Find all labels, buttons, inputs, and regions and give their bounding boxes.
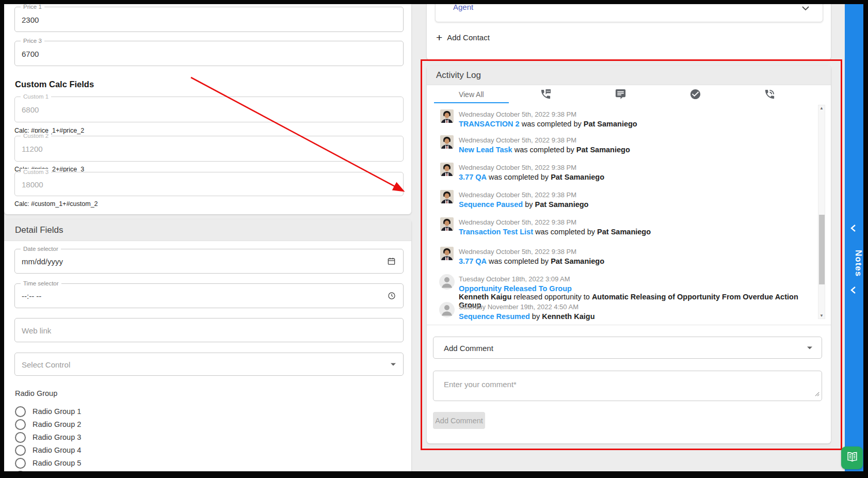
activity-item[interactable]: Wednesday October 5th, 2022 9:38 PM 3.77…	[427, 248, 806, 265]
activity-description: Transaction Test List was completed by P…	[459, 228, 806, 236]
activity-date: Wednesday October 5th, 2022 9:38 PM	[459, 136, 806, 144]
notes-sidebar[interactable]	[845, 4, 863, 471]
comment-textarea[interactable]: Enter your comment*	[433, 371, 822, 401]
activity-date: Wednesday October 5th, 2022 9:38 PM	[459, 191, 806, 199]
activity-item[interactable]: Wednesday October 5th, 2022 9:38 PM Sequ…	[427, 191, 806, 209]
plus-icon: +	[436, 32, 442, 43]
radio-icon[interactable]	[15, 458, 26, 469]
activity-item[interactable]: Wednesday October 5th, 2022 9:38 PM New …	[427, 136, 806, 154]
avatar	[439, 302, 455, 320]
avatar	[440, 217, 454, 233]
date-selector-value: mm/dd/yyyy	[22, 257, 63, 266]
activity-link[interactable]: Sequence Resumed	[459, 312, 530, 321]
custom-1-value: 6800	[22, 105, 39, 114]
radio-option-2[interactable]: Radio Group 2	[15, 419, 81, 430]
activity-description: Sequence Resumed by Kenneth Kaigu	[459, 312, 806, 321]
activity-item[interactable]: Wednesday October 5th, 2022 9:38 PM 3.77…	[427, 164, 806, 181]
collapse-chevron-icon[interactable]	[849, 223, 859, 233]
tab-tasks[interactable]	[658, 85, 733, 103]
add-comment-select[interactable]: Add Comment	[433, 337, 822, 359]
activity-description: 3.77 QA was completed by Pat Samaniego	[459, 173, 806, 181]
activity-description: Opportunity Released To Group	[459, 284, 806, 293]
date-selector-field[interactable]: Date selector mm/dd/yyyy	[14, 249, 404, 274]
avatar	[440, 135, 454, 151]
add-contact-button[interactable]: + Add Contact	[436, 32, 490, 43]
activity-link[interactable]: Transaction Test List	[459, 228, 533, 236]
chevron-down-icon	[391, 363, 396, 365]
radio-icon[interactable]	[15, 445, 26, 456]
radio-icon[interactable]	[15, 471, 26, 472]
custom-2-label: Custom 2	[21, 133, 51, 139]
price-3-label: Price 3	[21, 38, 44, 44]
activity-link[interactable]: 3.77 QA	[459, 257, 487, 265]
scroll-up-icon[interactable]: ▲	[818, 106, 825, 110]
radio-icon[interactable]	[15, 419, 26, 430]
activity-tabs: View All	[434, 85, 807, 103]
comment-placeholder: Enter your comment*	[444, 380, 517, 389]
radio-icon[interactable]	[15, 432, 26, 443]
activity-scrollbar[interactable]: ▲ ▼	[818, 105, 825, 319]
active-tab-indicator	[434, 102, 509, 104]
tab-chat[interactable]	[583, 85, 658, 103]
time-selector-field[interactable]: Time selector --:-- --	[14, 283, 404, 308]
notes-sidebar-label[interactable]: Notes	[845, 243, 863, 284]
phone-message-icon	[540, 88, 552, 100]
time-selector-value: --:-- --	[22, 292, 41, 300]
activity-description: Sequence Paused by Pat Samaniego	[459, 200, 806, 209]
radio-option-1[interactable]: Radio Group 1	[15, 406, 81, 417]
radio-option-3[interactable]: Radio Group 3	[15, 432, 81, 443]
clock-icon[interactable]	[388, 292, 396, 300]
add-contact-label: Add Contact	[447, 33, 490, 42]
tab-view-all[interactable]: View All	[434, 85, 509, 103]
price-fields-panel: Price 1 2300 Price 3 6700 Custom Calc Fi…	[4, 4, 411, 214]
detail-fields-panel: Detail Fields Date selector mm/dd/yyyy T…	[4, 219, 411, 471]
add-comment-button[interactable]: Add Comment	[433, 412, 485, 429]
select-control-field[interactable]: Select Control	[14, 353, 404, 376]
activity-item[interactable]: Wednesday October 5th, 2022 9:38 PM Tran…	[427, 218, 806, 236]
scroll-down-icon[interactable]: ▼	[818, 313, 825, 318]
activity-link[interactable]: New Lead Task	[459, 146, 512, 154]
date-selector-label: Date selector	[21, 246, 61, 252]
app-screenshot: Price 1 2300 Price 3 6700 Custom Calc Fi…	[0, 0, 868, 478]
chevron-down-icon[interactable]	[800, 4, 811, 16]
activity-link[interactable]: TRANSACTION 2	[459, 120, 520, 128]
custom-2-value: 11200	[22, 145, 43, 153]
collapse-chevron-icon[interactable]	[849, 285, 859, 295]
resize-grip-icon[interactable]	[814, 389, 819, 399]
activity-log-header: Activity Log	[427, 66, 831, 85]
open-book-icon	[845, 451, 859, 465]
activity-link[interactable]: 3.77 QA	[459, 173, 487, 181]
tab-calls[interactable]	[732, 85, 807, 103]
check-circle-icon	[689, 88, 701, 100]
web-link-field[interactable]: Web link	[14, 318, 404, 342]
activity-item[interactable]: Wednesday October 5th, 2022 9:38 PM TRAN…	[427, 110, 806, 128]
custom-1-label: Custom 1	[21, 93, 51, 100]
agent-select[interactable]: Agent	[435, 4, 823, 22]
calendar-icon[interactable]	[387, 257, 396, 266]
price-3-field[interactable]: Price 3 6700	[14, 41, 404, 66]
custom-1-field[interactable]: Custom 1 6800	[14, 97, 404, 122]
scrollbar-thumb[interactable]	[819, 215, 825, 284]
radio-option-4[interactable]: Radio Group 4	[15, 444, 81, 456]
radio-option-5[interactable]: Radio Group 5	[15, 457, 81, 469]
knowledge-book-button[interactable]	[841, 447, 863, 469]
activity-date: Saturday November 19th, 2022 4:50 AM	[459, 303, 806, 311]
avatar	[440, 163, 454, 178]
custom-3-label: Custom 3	[21, 169, 51, 175]
activity-item[interactable]: Saturday November 19th, 2022 4:50 AM Seq…	[427, 303, 806, 321]
tab-phone-message[interactable]	[509, 85, 584, 103]
activity-link[interactable]: Sequence Paused	[459, 200, 523, 209]
activity-date: Wednesday October 5th, 2022 9:38 PM	[459, 248, 806, 256]
avatar	[440, 247, 454, 262]
custom-3-field[interactable]: Custom 3 18000	[14, 172, 404, 196]
radio-icon[interactable]	[15, 406, 26, 417]
custom-3-calc-note: Calc: #custom_1+#custom_2	[14, 200, 98, 208]
activity-link[interactable]: Opportunity Released To Group	[459, 284, 572, 293]
activity-date: Tuesday October 18th, 2022 3:09 AM	[459, 275, 806, 283]
radio-option-6-partial[interactable]	[15, 470, 26, 471]
page-content: Price 1 2300 Price 3 6700 Custom Calc Fi…	[4, 4, 863, 471]
price-1-value: 2300	[22, 15, 39, 24]
price-1-field[interactable]: Price 1 2300	[14, 7, 404, 32]
chevron-down-icon	[807, 346, 812, 349]
custom-2-field[interactable]: Custom 2 11200	[14, 136, 404, 162]
